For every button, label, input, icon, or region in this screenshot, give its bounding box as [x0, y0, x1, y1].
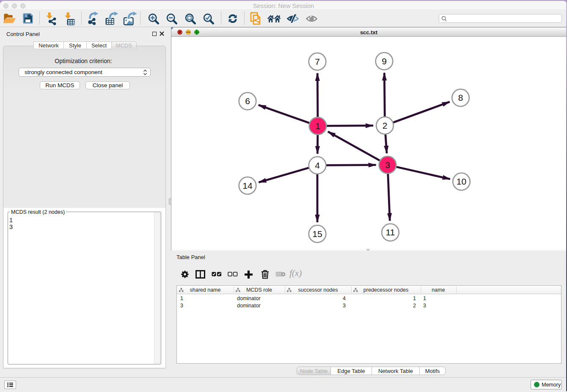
- svg-text:1: 1: [315, 121, 320, 131]
- svg-text:6: 6: [245, 96, 250, 106]
- svg-text:2: 2: [383, 121, 388, 130]
- svg-text:14: 14: [242, 181, 253, 190]
- svg-text:10: 10: [457, 177, 466, 186]
- svg-text:11: 11: [386, 227, 395, 237]
- svg-text:3: 3: [385, 160, 390, 170]
- svg-text:4: 4: [315, 160, 320, 170]
- svg-text:8: 8: [458, 93, 463, 102]
- svg-text:15: 15: [312, 229, 322, 239]
- svg-text:7: 7: [315, 57, 320, 66]
- svg-text:9: 9: [382, 56, 387, 66]
